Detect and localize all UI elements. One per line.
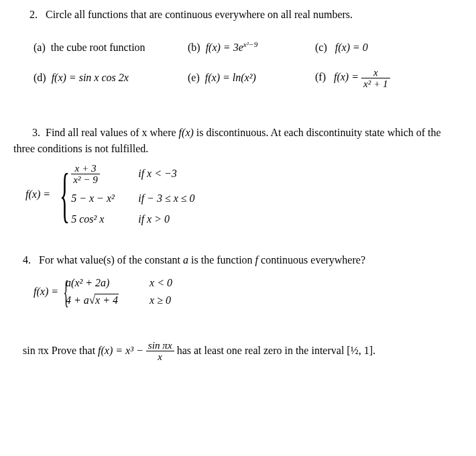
q3-piecewise: f(x) = { x + 3 x² − 9 if x < −3 5 − x − … — [25, 163, 459, 227]
question-5: sin πx Prove that f(x) = x³ − sin πxx ha… — [13, 340, 459, 362]
q3-piece-3: 5 cos² x if x > 0 — [71, 213, 194, 227]
q2-row2: (d) f(x) = sin x cos 2x (e) f(x) = ln(x²… — [34, 67, 459, 89]
q2-option-a: (a) the cube root function — [34, 41, 188, 55]
q2-option-f: (f) f(x) = x x² + 1 — [315, 67, 390, 89]
q2-option-c: (c) f(x) = 0 — [315, 41, 368, 55]
q5-fraction: sin πxx — [146, 340, 174, 362]
q5-prompt: sin πx Prove that f(x) = x³ − sin πxx ha… — [23, 340, 459, 362]
q2-number: 2. — [29, 8, 38, 22]
q3-prompt: 3. Find all real values of x where f(x) … — [13, 126, 459, 140]
q4-piecewise: f(x) = { a(x² + 2a) x < 0 4 + a√x + 4 x … — [34, 276, 459, 308]
q2-prompt: 2. Circle all functions that are continu… — [13, 8, 459, 22]
brace-icon: { — [60, 172, 70, 218]
q2-option-b: (b) f(x) = 3ex²−9 — [188, 41, 315, 55]
q3-piece-1: x + 3 x² − 9 if x < −3 — [71, 163, 194, 185]
question-3: 3. Find all real values of x where f(x) … — [13, 126, 459, 227]
question-4: 4. For what value(s) of the constant a i… — [13, 253, 459, 308]
q3-prompt-line2: three conditions is not fulfilled. — [13, 142, 459, 156]
q4-lhs: f(x) = — [34, 285, 58, 299]
q2-option-d: (d) f(x) = sin x cos 2x — [34, 71, 188, 85]
q2-option-e: (e) f(x) = ln(x²) — [188, 71, 315, 85]
q4-prompt: 4. For what value(s) of the constant a i… — [23, 253, 459, 268]
q2-row1: (a) the cube root function (b) f(x) = 3e… — [34, 41, 459, 55]
brace-icon: { — [63, 280, 68, 304]
q3-lhs: f(x) = — [25, 188, 50, 202]
q4-piece-1: a(x² + 2a) x < 0 — [66, 276, 172, 290]
q4-piece-2: 4 + a√x + 4 x ≥ 0 — [66, 293, 172, 308]
question-2: 2. Circle all functions that are continu… — [13, 8, 459, 89]
q3-piece-2: 5 − x − x² if − 3 ≤ x ≤ 0 — [71, 192, 194, 206]
q2-text: Circle all functions that are continuous… — [46, 9, 353, 20]
